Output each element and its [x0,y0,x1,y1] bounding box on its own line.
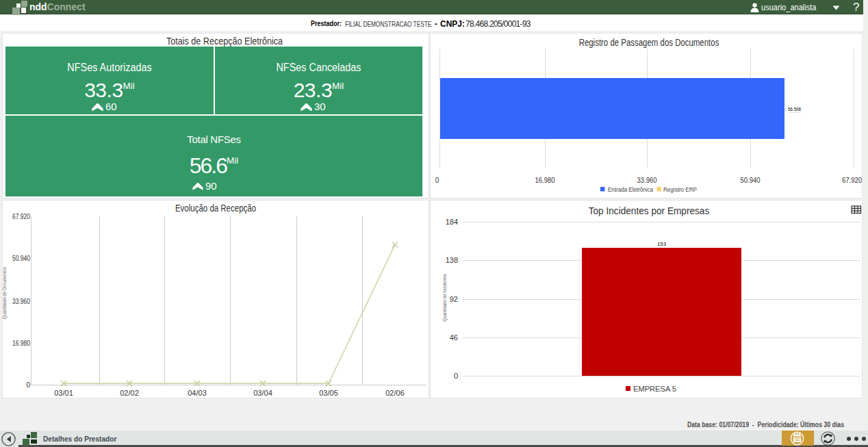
svg-text:67.920: 67.920 [842,177,862,184]
svg-text:92: 92 [450,295,458,303]
svg-text:Entrada Eletrônica: Entrada Eletrônica [608,186,654,193]
svg-text:138: 138 [446,256,458,264]
svg-text:50.940: 50.940 [12,255,30,262]
svg-text:Registro ERP: Registro ERP [663,186,697,193]
svg-text:33.960: 33.960 [12,298,30,305]
svg-text:0: 0 [26,381,30,389]
svg-text:0: 0 [435,177,439,184]
svg-text:56.598: 56.598 [788,107,801,112]
svg-text:02/06: 02/06 [385,389,405,397]
svg-text:03/01: 03/01 [54,389,73,397]
svg-text:EMPRESA 5: EMPRESA 5 [633,385,676,393]
svg-text:03/04: 03/04 [253,389,272,397]
svg-text:0: 0 [454,372,458,380]
svg-text:02/02: 02/02 [120,389,139,397]
svg-text:184: 184 [446,218,458,226]
svg-text:153: 153 [657,241,667,247]
svg-text:16.980: 16.980 [12,340,30,347]
svg-text:50.940: 50.940 [741,177,761,184]
svg-text:33.960: 33.960 [637,177,657,184]
svg-text:16.980: 16.980 [535,177,555,184]
svg-text:04/03: 04/03 [188,389,207,397]
svg-text:03/05: 03/05 [319,389,338,397]
svg-text:67.920: 67.920 [12,213,30,220]
svg-text:46: 46 [450,333,458,342]
